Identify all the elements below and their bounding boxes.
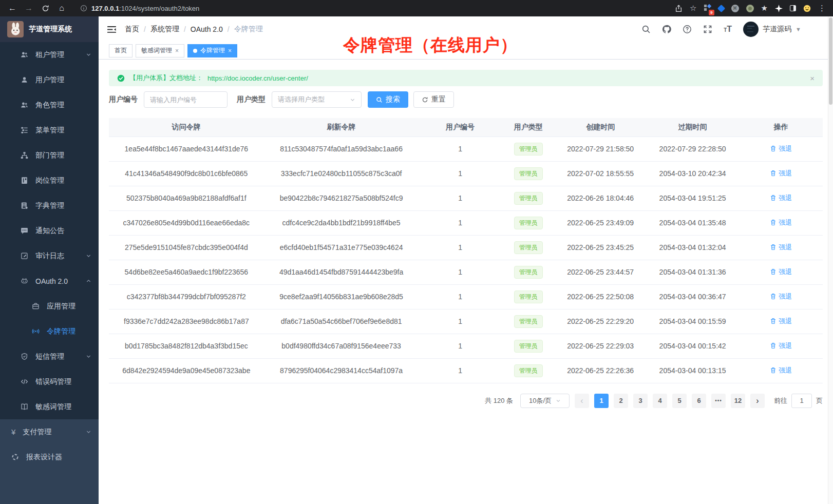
breadcrumb-item[interactable]: 首页 <box>125 25 139 34</box>
page-size-select[interactable]: 10条/页 <box>520 394 570 408</box>
sidebar-item-dept[interactable]: 部门管理 <box>0 143 99 168</box>
side-panel-icon[interactable] <box>790 5 796 11</box>
breadcrumb-item[interactable]: OAuth 2.0 <box>191 25 223 33</box>
command-extension-icon[interactable]: ⌘ <box>731 5 739 12</box>
sidebar-item-oauth2-token[interactable]: 令牌管理 <box>0 319 99 344</box>
page-button[interactable]: 1 <box>594 394 609 408</box>
briefcase-icon <box>32 302 40 310</box>
force-logout-button[interactable]: 强退 <box>770 292 792 301</box>
pinwheel-extension-icon[interactable] <box>775 5 783 12</box>
app-logo-bar[interactable]: 芋道管理系统 <box>0 16 99 42</box>
address-bar[interactable]: 127.0.0.1:1024/system/oauth2/token <box>75 2 669 14</box>
prev-page-button[interactable]: ‹ <box>575 394 589 408</box>
force-logout-button[interactable]: 强退 <box>770 169 792 178</box>
sidebar-item-error-code[interactable]: 错误码管理 <box>0 369 99 394</box>
force-logout-button[interactable]: 强退 <box>770 317 792 326</box>
sidebar-item-report-designer[interactable]: 报表设计器 <box>0 444 99 470</box>
vertical-scrollbar[interactable] <box>828 16 833 504</box>
page-button[interactable]: 2 <box>614 394 628 408</box>
sidebar-item-notice[interactable]: 通知公告 <box>0 218 99 243</box>
github-icon[interactable] <box>662 25 671 34</box>
search-button[interactable]: 搜索 <box>368 91 408 108</box>
font-size-icon[interactable]: TT <box>724 25 732 34</box>
pager-ellipsis[interactable]: ••• <box>711 394 726 408</box>
force-logout-button[interactable]: 强退 <box>770 243 792 252</box>
back-icon[interactable]: ← <box>5 2 20 14</box>
user-type-cell: 管理员 <box>502 309 555 334</box>
force-logout-button[interactable]: 强退 <box>770 144 792 153</box>
sidebar-item-dict[interactable]: 字典管理 <box>0 193 99 218</box>
browser-chrome: ← → ⌂ 127.0.0.1:1024/system/oauth2/token… <box>0 0 833 16</box>
bookmark-star-icon[interactable]: ☆ <box>690 4 696 13</box>
fullscreen-icon[interactable] <box>703 25 712 34</box>
breadcrumb-item[interactable]: 系统管理 <box>150 25 179 34</box>
record-extension-icon[interactable] <box>746 5 754 12</box>
close-icon[interactable]: × <box>810 74 815 83</box>
created-time-cell: 2022-06-25 22:29:03 <box>555 334 646 358</box>
sidebar-item-sms[interactable]: 短信管理 <box>0 344 99 369</box>
star-extension-icon[interactable]: ★ <box>761 4 768 13</box>
page-button[interactable]: 4 <box>653 394 667 408</box>
forward-icon[interactable]: → <box>22 2 36 14</box>
reset-button[interactable]: 重置 <box>413 91 454 108</box>
page-buttons: 123456•••12 <box>594 394 745 408</box>
profile-avatar-icon[interactable] <box>803 5 811 12</box>
search-icon[interactable] <box>641 25 651 34</box>
sidebar-item-user[interactable]: 用户管理 <box>0 67 99 92</box>
help-icon[interactable] <box>683 25 692 34</box>
goto-page-input[interactable] <box>791 394 812 408</box>
action-cell: 强退 <box>740 210 823 235</box>
user-menu[interactable]: 芋道源码 ▼ <box>743 22 801 37</box>
trash-icon <box>770 342 777 349</box>
sidebar-item-pay[interactable]: ¥支付管理 <box>0 419 99 444</box>
sidebar-item-oauth2-app[interactable]: 应用管理 <box>0 294 99 319</box>
force-logout-button[interactable]: 强退 <box>770 341 792 351</box>
created-time-cell: 2022-06-25 23:44:57 <box>555 260 646 284</box>
page-button[interactable]: 12 <box>731 394 745 408</box>
force-logout-button[interactable]: 强退 <box>770 366 792 375</box>
goto-label: 前往 <box>774 396 787 405</box>
page-button[interactable]: 6 <box>692 394 706 408</box>
sidebar-item-tenant[interactable]: 租户管理 <box>0 42 99 67</box>
user-type-select[interactable]: 请选择用户类型 <box>272 91 362 108</box>
action-cell: 强退 <box>740 137 823 161</box>
tag-view-tab[interactable]: 敏感词管理× <box>136 44 184 57</box>
trash-icon <box>770 219 777 226</box>
browser-menu-icon[interactable]: ⋮ <box>818 4 826 13</box>
tag-view-tab[interactable]: 令牌管理× <box>187 44 237 57</box>
close-icon[interactable]: × <box>228 47 232 54</box>
sidebar-item-post[interactable]: 岗位管理 <box>0 168 99 193</box>
sidebar-item-menu[interactable]: 菜单管理 <box>0 118 99 143</box>
sidebar-item-label: 支付管理 <box>23 428 51 437</box>
extension-grid-icon[interactable]: 9 <box>704 5 711 12</box>
page-button[interactable]: 3 <box>633 394 648 408</box>
share-icon[interactable] <box>675 5 683 12</box>
trash-icon <box>770 244 777 250</box>
trash-icon <box>770 268 777 275</box>
info-icon[interactable] <box>80 5 87 12</box>
page-button[interactable]: 5 <box>672 394 687 408</box>
force-logout-button[interactable]: 强退 <box>770 267 792 277</box>
home-icon[interactable]: ⌂ <box>54 2 69 14</box>
column-header: 过期时间 <box>646 118 740 137</box>
sidebar-item-oauth2[interactable]: OAuth 2.0 <box>0 268 99 294</box>
close-icon[interactable]: × <box>175 47 179 54</box>
sidebar-fold-icon[interactable] <box>107 25 117 34</box>
user-id-input[interactable] <box>144 91 228 108</box>
sidebar-item-role[interactable]: 角色管理 <box>0 92 99 118</box>
table-body: 1ea5e44f8bc1467aaede43144f31de76811c5304… <box>109 137 823 383</box>
next-page-button[interactable]: › <box>750 394 765 408</box>
gem-extension-icon[interactable] <box>718 6 724 11</box>
scrollbar-thumb[interactable] <box>829 17 832 105</box>
access-token-cell: f9336e7c7dd242a283ee98dc86b17a87 <box>109 309 264 334</box>
audit-log-icon <box>21 252 28 260</box>
user-type-badge: 管理员 <box>514 290 543 303</box>
sidebar-item-audit-log[interactable]: 审计日志 <box>0 243 99 268</box>
sidebar-item-sensitive-word[interactable]: 敏感词管理 <box>0 394 99 419</box>
reload-icon[interactable] <box>38 2 52 14</box>
created-time-cell: 2022-06-25 22:26:36 <box>555 358 646 383</box>
tag-view-tab[interactable]: 首页 <box>109 44 132 57</box>
force-logout-button[interactable]: 强退 <box>770 193 792 203</box>
alert-doc-link[interactable]: https://doc.iocoder.cn/user-center/ <box>207 74 308 82</box>
force-logout-button[interactable]: 强退 <box>770 218 792 227</box>
